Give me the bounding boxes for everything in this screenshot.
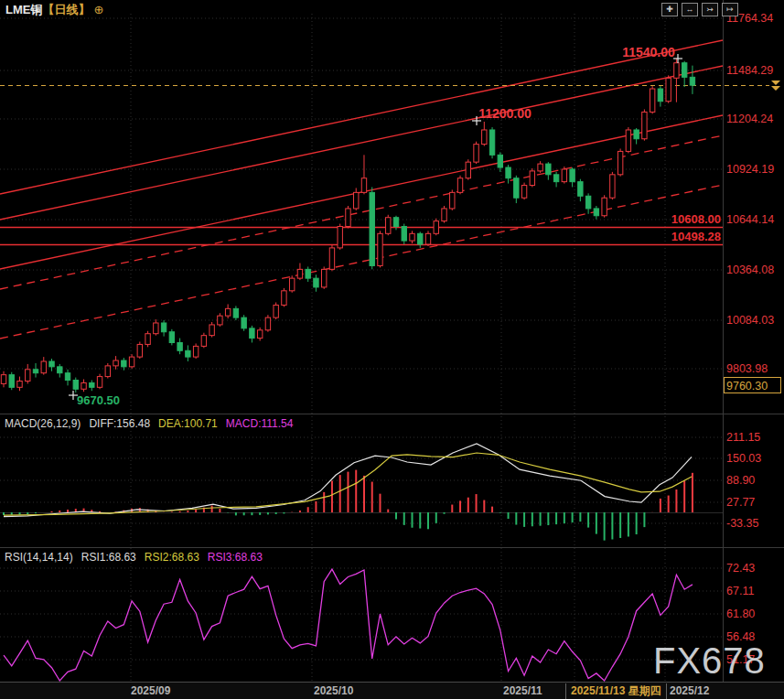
candle-body <box>506 167 510 178</box>
candle-body <box>137 344 142 357</box>
candle-body <box>602 198 607 216</box>
candle-body <box>521 186 526 199</box>
candle-body <box>361 178 366 193</box>
candle-body <box>17 381 22 387</box>
candle-body <box>666 78 671 101</box>
candle-body <box>538 164 542 171</box>
candle-body <box>329 248 334 269</box>
time-axis: 2025/092025/102025/112025/11/13 星期四2025/… <box>0 682 784 699</box>
candle-body <box>33 370 38 373</box>
candle-body <box>450 192 455 209</box>
price-annotation: 9670.50 <box>77 393 120 407</box>
candle-body <box>402 226 406 241</box>
watermark: FX678 <box>653 640 766 682</box>
candle-body <box>297 269 302 278</box>
candle-body <box>457 178 462 193</box>
candle-body <box>306 269 310 278</box>
rsi2-value: RSI2:68.63 <box>145 551 199 564</box>
candle-body <box>393 218 398 227</box>
candle-body <box>161 323 166 332</box>
rsi-axis-label: 72.43 <box>726 562 755 575</box>
candle-body <box>610 175 615 198</box>
rsi1-value: RSI1:68.63 <box>81 551 136 564</box>
crosshair-icon[interactable]: ✚ <box>661 3 678 16</box>
candle-body <box>113 360 118 366</box>
candle-body <box>434 221 438 234</box>
macd-axis-label: 150.03 <box>726 452 761 465</box>
macd-params-label: MACD(26,12,9) <box>5 417 81 430</box>
candle-body <box>530 171 534 186</box>
support-level-label: 10498.28 <box>671 230 721 243</box>
candle-body <box>105 366 110 377</box>
candle-body <box>1 375 5 384</box>
candle-body <box>233 308 238 317</box>
time-axis-label: 2025/12 <box>670 684 709 697</box>
candle-body <box>682 63 686 78</box>
rsi-params-label: RSI(14,14,14) <box>5 551 73 564</box>
price-axis-label: 11484.29 <box>726 64 773 77</box>
candle-body <box>482 130 487 145</box>
price-annotation: 11200.00 <box>478 106 532 121</box>
candle-body <box>65 373 70 381</box>
candle-body <box>489 130 494 155</box>
shift-right-icon[interactable]: ↦ <box>722 3 738 16</box>
macd-axis-label: 88.90 <box>726 474 755 487</box>
candle-body <box>650 89 654 112</box>
candle-body <box>186 350 190 357</box>
trendline-dashed <box>0 185 723 339</box>
candle-body <box>514 178 519 198</box>
candle-body <box>9 375 14 388</box>
last-price-marker-icon <box>771 81 780 91</box>
candle-body <box>658 89 662 102</box>
candle-body <box>498 155 502 167</box>
candle-body <box>73 380 78 389</box>
play-forward-icon[interactable]: ↣ <box>702 3 718 16</box>
candle-body <box>193 346 198 357</box>
candle-body <box>225 308 230 316</box>
candle-body <box>201 336 206 347</box>
candle-body <box>562 169 566 182</box>
candle-body <box>634 130 639 139</box>
candle-body <box>338 226 342 247</box>
rsi-axis-label: 61.80 <box>726 608 755 620</box>
candle-body <box>618 151 622 174</box>
candle-body <box>177 342 182 350</box>
candle-body <box>570 169 575 182</box>
candle-body <box>378 233 382 265</box>
candle-body <box>242 317 246 328</box>
price-axis-label: 10644.14 <box>726 213 774 226</box>
candle-body <box>674 63 679 79</box>
titlebar: LME铜【日线】⊕ <box>5 2 103 18</box>
candle-body <box>58 367 62 373</box>
time-axis-label: 2025/09 <box>131 684 170 697</box>
candle-body <box>209 325 214 336</box>
candle-body <box>314 278 318 287</box>
fit-horizontal-icon[interactable]: ↔ <box>682 3 698 16</box>
candle-body <box>41 361 46 373</box>
macd-diff-value: DIFF:156.48 <box>89 417 150 430</box>
target-icon[interactable]: ⊕ <box>93 3 103 16</box>
price-axis-label: 9803.98 <box>726 362 768 375</box>
chart-canvas[interactable]: 10608.0010498.2811540.0011200.009670.501… <box>0 0 784 699</box>
macd-dea-value: DEA:100.71 <box>158 417 218 430</box>
rsi3-value: RSI3:68.63 <box>208 551 263 564</box>
candle-body <box>218 316 222 325</box>
candle-body <box>81 382 86 389</box>
candle-body <box>154 323 158 334</box>
price-axis-label: 10084.03 <box>726 314 774 327</box>
candle-body <box>265 317 270 330</box>
candle-body <box>346 209 350 227</box>
candle-body <box>129 357 134 367</box>
candle-body <box>442 209 446 221</box>
candle-body <box>418 233 423 244</box>
chart-toolbar: ✚↔↣↦ <box>661 3 738 16</box>
candle-body <box>282 291 286 306</box>
candle-body <box>553 175 558 182</box>
rsi-header: RSI(14,14,14)RSI1:68.63RSI2:68.63RSI3:68… <box>5 551 271 564</box>
boxed-price-label: 9760.30 <box>726 380 768 393</box>
macd-axis-label: 211.15 <box>726 431 760 444</box>
candle-body <box>274 305 278 317</box>
candle-body <box>145 334 150 345</box>
candle-body <box>250 328 254 339</box>
candle-body <box>690 77 694 85</box>
